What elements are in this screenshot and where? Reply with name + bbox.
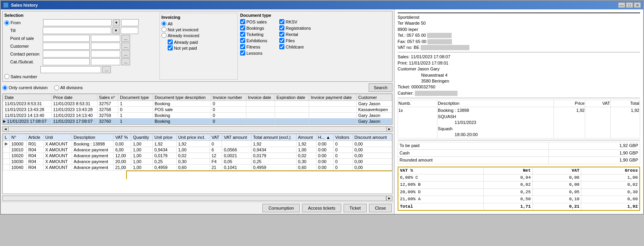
access-tickets-button[interactable]: Access tickets [302,204,341,212]
doctype-bookings-label: Bookings [246,26,264,31]
detail-row[interactable]: 10040 R04 X AMOUNT Advance payment 21,00… [3,165,392,171]
detail-row-selected[interactable]: ▶ 10000 R01 X AMOUNT Booking : 13898 0,0… [3,141,392,147]
detail-scrollbar[interactable] [2,196,386,201]
consumption-button[interactable]: Consumption [262,204,300,212]
doctype-ticketing-checkbox[interactable] [240,32,245,37]
division-options: Only current division All divisions [2,85,83,90]
receipt-vat-table: VAT % Net VAT Gross 6,00% C 0,94 0,06 1,… [398,167,640,211]
maximize-button[interactable]: □ [626,2,633,8]
selection-label: Selection [4,13,157,18]
receipt-item-desc5: 18:00-20:00 [438,132,554,138]
scroll-left-btn[interactable]: ◄ [2,126,9,132]
col-h: H... ▲ [317,134,334,141]
receipt-vat: VAT no: BE ████████████████ [398,45,640,50]
inv-notyet-radio[interactable] [161,27,166,32]
pos-input1[interactable] [43,35,90,42]
receipt-tel: Tel.: 057 65 00 ████████ [398,32,640,38]
vat-row: 12,00% B 0,02 0,00 0,02 [398,181,640,189]
already-paid-checkbox[interactable] [168,40,173,45]
receipt-item-price: 1,92 [554,107,585,138]
col-article: Article [27,134,43,141]
only-current-division-label[interactable]: Only current division [2,85,48,90]
table-row-selected[interactable]: ▶ 11/01/2023 17:08:07 11/01/2023 17:08:0… [3,119,392,124]
doctype-pos-checkbox[interactable] [240,19,245,24]
table-row[interactable]: 11/01/2023 13:43:28 11/01/2023 13:43:28 … [3,107,392,113]
receipt-fax: Fax: 057 65 00 ████████ [398,39,640,45]
contact-dots-button[interactable]: ... [121,50,130,57]
sales-number-label: Sales number [11,74,37,79]
col-l: L [3,134,10,141]
receipt-item-vat [585,107,611,138]
title-bar: Sales history — □ ✕ [1,1,643,9]
window-controls: — □ ✕ [618,2,641,8]
pos-dots-button[interactable]: ... [121,35,130,42]
vat-col-pct: VAT % [398,167,484,174]
till-date-input[interactable]: donderdag 12 januari 2023 [43,27,111,34]
all-divisions-label[interactable]: All divisions [54,85,83,90]
detail-scroll-right[interactable]: ► [386,196,393,201]
connection-indicator [3,171,392,179]
table-row[interactable]: 11/01/2023 14:13:40 11/01/2023 14:13:40 … [3,113,392,119]
doctype-rksv-checkbox[interactable] [279,19,284,24]
receipt-to-be-paid-value: 1,92 GBP [548,142,640,149]
till-date-dropdown[interactable]: ▼ [112,27,119,34]
receipt-company: Sportdienst [398,14,640,20]
search-button[interactable]: Search [369,83,393,92]
receipt-item-total: 1,92 [611,107,640,138]
doctype-rksv-label: RKSV [286,20,297,24]
inv-all-radio[interactable] [161,21,166,26]
catsubcat-input1[interactable] [43,58,90,65]
scroll-right-btn[interactable]: ► [386,126,393,132]
doctype-childcare-checkbox[interactable] [279,44,284,49]
doctype-fitness-checkbox[interactable] [240,44,245,49]
customer-input1[interactable] [43,43,90,50]
from-radio[interactable] [4,20,9,25]
minimize-button[interactable]: — [618,2,625,8]
not-yet-paid-checkbox[interactable] [168,45,173,50]
from-date-dropdown[interactable]: ▼ [113,19,120,26]
not-yet-paid-label: Not yet paid [174,46,197,50]
pos-input2[interactable] [91,35,120,42]
col-unit-price-incl: Unit price incl. [176,134,210,141]
detail-row[interactable]: 10010 R04 X AMOUNT Advance payment 6,00 … [3,147,392,153]
extra-input[interactable] [40,66,101,73]
doctype-exhibitions-checkbox[interactable] [240,38,245,43]
extra-dots-button[interactable]: ... [102,66,111,73]
detail-row[interactable]: 10030 R04 X AMOUNT Advance payment 20,00… [3,159,392,165]
doctype-files-checkbox[interactable] [279,38,284,43]
close-button[interactable]: ✕ [634,2,641,8]
receipt-print-date: Print: 11/01/2023 17:09:01 [398,60,640,66]
detail-row[interactable]: 10020 R04 X AMOUNT Advance payment 12,00… [3,153,392,159]
contact-input1[interactable] [43,50,90,57]
col-price-date: Price date [51,94,97,101]
from-date-input[interactable]: woensdag 11 januari 2023 [43,19,112,26]
current-division-radio[interactable] [2,85,7,90]
contact-input2[interactable] [91,50,120,57]
horizontal-scrollbar[interactable] [9,126,386,132]
ticket-button[interactable]: Ticket [344,204,367,212]
sales-number-radio[interactable] [4,74,9,79]
from-time-input[interactable]: 00 : 00 [121,19,139,26]
close-button[interactable]: Close [369,204,392,212]
contact-label: Contact person [10,52,42,56]
vat-row: 20,00% D 0,25 0,05 0,30 [398,189,640,196]
doctype-rental-checkbox[interactable] [279,32,284,37]
receipt-rounded-row: Rounded amount 1,90 GBP [398,157,640,164]
detail-table-container: L N° Article Unit Description VAT % Quan… [2,133,393,194]
receipt-cash-row: Cash 1,90 GBP [398,149,640,156]
pos-label: Point of sale [10,36,42,41]
doctype-lessons-checkbox[interactable] [240,50,245,56]
doctype-bookings-checkbox[interactable] [240,25,245,31]
receipt-item-desc2: SQUASH [438,114,554,120]
catsubcat-input2[interactable] [91,58,120,65]
customer-dots-button[interactable]: ... [121,43,130,50]
customer-input2[interactable] [91,43,120,50]
catsubcat-dots-button[interactable]: ... [121,58,130,65]
till-time-input[interactable]: 23 : 59 [121,27,138,34]
inv-already-radio[interactable] [161,33,166,38]
all-divisions-radio[interactable] [54,85,59,90]
doctype-registrations-checkbox[interactable] [279,25,284,31]
detail-table-scroll[interactable]: L N° Article Unit Description VAT % Quan… [3,134,392,171]
col-inv-num: Invoice number [211,94,246,101]
table-row[interactable]: 11/01/2023 8:53:31 11/01/2023 8:53:31 32… [3,101,392,107]
